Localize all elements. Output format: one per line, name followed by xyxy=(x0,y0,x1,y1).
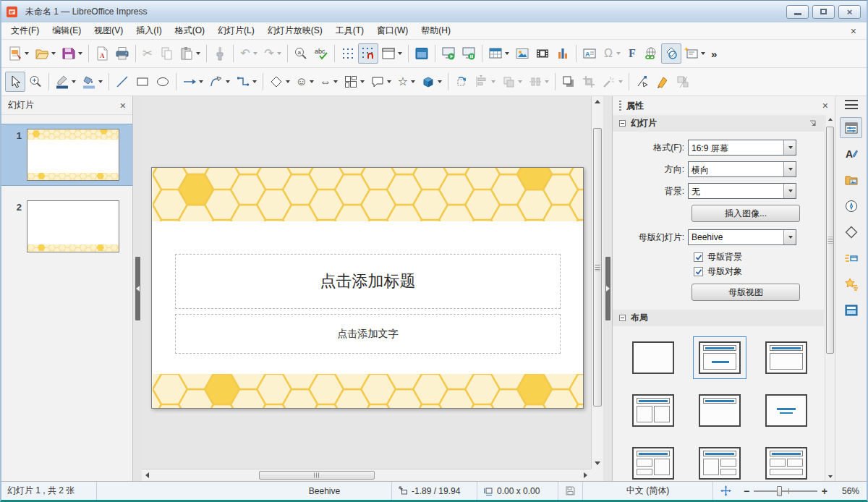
minimize-button[interactable] xyxy=(786,5,809,19)
slide-thumbnail-2[interactable]: 2 xyxy=(1,196,132,257)
master-background-checkbox[interactable] xyxy=(694,252,703,262)
ellipse-tool-button[interactable] xyxy=(153,72,173,92)
orientation-select[interactable]: 横向 xyxy=(688,161,796,177)
block-arrows-button[interactable]: ⇔ xyxy=(317,72,341,92)
views-dropdown-arrow[interactable] xyxy=(398,52,402,55)
zoom-in-icon[interactable]: + xyxy=(822,486,827,496)
layout-title-only[interactable] xyxy=(693,389,746,432)
insert-media-button[interactable] xyxy=(532,43,553,64)
tab-gallery[interactable] xyxy=(840,169,862,190)
glue-points-button[interactable] xyxy=(652,72,673,92)
status-language[interactable]: 中文 (简体) xyxy=(583,482,713,500)
table-dropdown-arrow[interactable] xyxy=(505,52,509,55)
format-select[interactable]: 16:9 屏幕 xyxy=(688,140,796,156)
spelling-button[interactable]: abc xyxy=(311,43,331,64)
tab-slide-transition[interactable] xyxy=(840,273,862,294)
title-bar[interactable]: 未命名 1 — LibreOffice Impress × xyxy=(1,1,867,22)
layout-centered-text[interactable] xyxy=(760,389,813,432)
slide-workspace[interactable]: 点击添加标题 点击添加文字 xyxy=(142,96,603,481)
tab-styles[interactable]: A xyxy=(840,143,862,164)
properties-close-icon[interactable]: × xyxy=(822,100,828,111)
master-slide-dropdown-button[interactable] xyxy=(783,230,796,244)
line-color-button[interactable] xyxy=(52,72,79,92)
background-dropdown-button[interactable] xyxy=(783,184,796,198)
curves-polygons-button[interactable] xyxy=(206,72,233,92)
layout-title-content-plain[interactable] xyxy=(760,336,813,379)
collapse-icon[interactable] xyxy=(619,120,626,127)
snap-to-grid-button[interactable] xyxy=(358,43,378,64)
3d-objects-button[interactable] xyxy=(418,72,445,92)
scroll-down-icon[interactable] xyxy=(595,461,600,465)
open-dropdown-arrow[interactable] xyxy=(51,52,56,55)
status-zoom-percent[interactable]: 56% xyxy=(833,482,867,500)
stars-dropdown-arrow[interactable] xyxy=(411,80,415,83)
left-panel-splitter[interactable] xyxy=(133,96,142,481)
select-tool-button[interactable] xyxy=(5,72,25,92)
collapse-icon[interactable] xyxy=(619,315,626,321)
horizontal-scrollbar[interactable] xyxy=(142,469,591,481)
title-placeholder[interactable]: 点击添加标题 xyxy=(175,254,561,309)
menu-format[interactable]: 格式(O) xyxy=(169,22,211,40)
close-button[interactable]: × xyxy=(838,5,861,19)
flowchart-button[interactable] xyxy=(341,72,367,92)
insert-image-button[interactable] xyxy=(512,43,532,64)
stars-button[interactable]: ☆ xyxy=(394,72,418,92)
basic-shapes-button[interactable] xyxy=(266,72,293,92)
master-view-button[interactable]: 母版视图 xyxy=(692,284,800,301)
splitter-handle[interactable] xyxy=(135,257,140,320)
start-from-first-slide-button[interactable] xyxy=(438,43,459,64)
3d-objects-dropdown-arrow[interactable] xyxy=(438,80,442,83)
insert-table-button[interactable] xyxy=(485,43,512,64)
master-objects-checkbox[interactable] xyxy=(694,267,703,276)
sidebar-menu-icon[interactable] xyxy=(845,100,858,109)
zoom-tool-button[interactable] xyxy=(25,72,46,92)
fill-color-dropdown-arrow[interactable] xyxy=(98,80,103,83)
status-master-name[interactable]: Beehive xyxy=(258,482,392,500)
vertical-scrollbar[interactable] xyxy=(591,96,603,469)
save-button[interactable] xyxy=(59,43,85,64)
close-document-icon[interactable]: × xyxy=(851,25,856,37)
line-color-dropdown-arrow[interactable] xyxy=(72,80,76,83)
new-dropdown-arrow[interactable] xyxy=(25,52,29,55)
connectors-button[interactable] xyxy=(233,72,260,92)
block-arrows-dropdown-arrow[interactable] xyxy=(333,80,338,83)
properties-scrollbar[interactable] xyxy=(825,115,835,481)
menu-help[interactable]: 帮助(H) xyxy=(414,22,457,40)
edit-points-button[interactable] xyxy=(632,72,652,92)
slide-section-header[interactable]: 幻灯片 xyxy=(613,115,824,132)
right-panel-splitter[interactable] xyxy=(603,96,612,481)
horizontal-scroll-thumb[interactable] xyxy=(259,471,375,480)
show-draw-functions-button[interactable] xyxy=(661,43,681,64)
menu-tools[interactable]: 工具(T) xyxy=(329,22,370,40)
restore-button[interactable] xyxy=(812,5,835,19)
orientation-dropdown-button[interactable] xyxy=(783,162,796,176)
insert-chart-button[interactable] xyxy=(553,43,573,64)
menu-file[interactable]: 文件(F) xyxy=(4,22,46,40)
scroll-up-icon[interactable] xyxy=(595,100,600,103)
panel-grip-icon[interactable] xyxy=(619,101,621,111)
layout-two-content-left-content-right[interactable] xyxy=(626,442,680,481)
new-document-button[interactable] xyxy=(5,43,32,64)
basic-shapes-dropdown-arrow[interactable] xyxy=(286,80,290,83)
menu-view[interactable]: 视图(V) xyxy=(88,22,129,40)
start-from-current-slide-button[interactable] xyxy=(459,43,479,64)
dialog-launcher-icon[interactable] xyxy=(808,119,817,128)
tab-shapes[interactable] xyxy=(840,221,862,242)
format-dropdown-button[interactable] xyxy=(783,140,796,155)
menu-slide[interactable]: 幻灯片(L) xyxy=(211,22,261,40)
layout-blank[interactable] xyxy=(626,336,680,379)
master-slide-select[interactable]: Beehive xyxy=(688,229,796,245)
display-mode-button[interactable] xyxy=(412,43,432,64)
scroll-up-icon[interactable] xyxy=(828,118,833,121)
lines-arrows-dropdown-arrow[interactable] xyxy=(199,80,203,83)
scroll-left-icon[interactable] xyxy=(145,472,149,478)
scroll-right-icon[interactable] xyxy=(584,472,587,478)
paste-button[interactable] xyxy=(176,43,203,64)
tab-properties[interactable] xyxy=(840,117,862,138)
symbol-shapes-button[interactable]: ☺ xyxy=(293,72,317,92)
layout-title-two-content[interactable] xyxy=(626,389,680,432)
insert-text-box-button[interactable]: A xyxy=(579,43,600,64)
zoom-slider-thumb[interactable] xyxy=(777,486,782,496)
layout-content-left-two-content-right[interactable] xyxy=(693,442,746,481)
background-select[interactable]: 无 xyxy=(688,183,796,199)
